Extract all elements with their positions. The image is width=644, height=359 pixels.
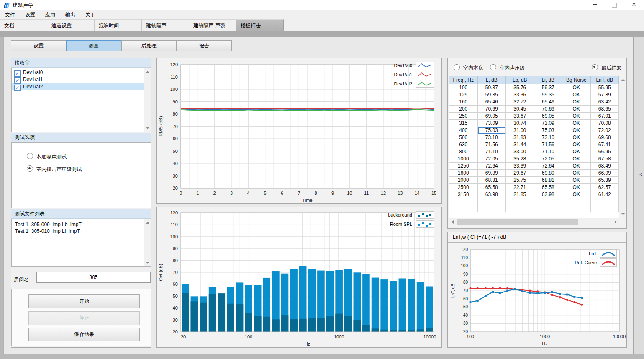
table-cell[interactable]: 35.76 [506,84,534,91]
table-header-cell[interactable]: Lb, dB [506,76,534,84]
table-cell[interactable]: 71.10 [534,148,563,155]
table-cell[interactable]: 65.58 [534,184,563,191]
start-button[interactable]: 开始 [28,294,140,308]
subtab-2[interactable]: 后处理 [121,40,177,51]
table-cell[interactable]: 73.10 [534,134,563,141]
table-header-cell[interactable]: L, dB [478,76,506,84]
table-cell[interactable]: 125 [449,91,478,98]
hscroll-thumb[interactable] [457,219,578,225]
view-radio-0[interactable]: 室内本底 [454,64,483,72]
table-cell[interactable]: 72.64 [534,163,563,170]
table-row[interactable]: 40075.0331.0075.03OK72.02 [449,127,619,134]
tab-0[interactable]: 文档 [0,19,47,31]
minimize-button[interactable] [585,0,604,10]
table-cell[interactable]: 69.05 [534,113,563,120]
table-cell[interactable]: 31.00 [506,127,534,134]
table-cell[interactable]: 30.45 [506,106,534,113]
menu-item-2[interactable]: 应用 [40,10,60,19]
table-cell[interactable]: 69.68 [591,134,619,141]
table-row[interactable]: 63071.5631.4471.56OK67.41 [449,141,619,148]
table-cell[interactable]: 68.65 [591,106,619,113]
table-row[interactable]: 25069.0533.6769.05OK67.01 [449,113,619,120]
table-row[interactable]: 200068.8125.7568.81OK65.39 [449,177,619,184]
room-name-input[interactable] [36,272,151,283]
table-cell[interactable]: 33.67 [506,113,534,120]
table-cell[interactable]: 31.83 [506,134,534,141]
table-cell[interactable]: 400 [449,127,478,134]
table-cell[interactable]: 31.44 [506,141,534,148]
table-cell[interactable]: 63.42 [591,98,619,106]
table-header-cell[interactable]: Freq., Hz [449,76,478,84]
receiver-list-scrollbar[interactable] [144,68,151,132]
table-cell[interactable]: 630 [449,141,478,148]
table-cell[interactable]: 63.98 [478,191,506,198]
table-cell[interactable]: 59.37 [534,84,563,91]
checkbox-icon[interactable]: ✓ [14,77,21,84]
tab-4[interactable]: 建筑隔声-声强 [189,19,236,31]
table-cell[interactable]: 315 [449,120,478,127]
table-row[interactable]: 12559.3533.3659.35OK57.89 [449,91,619,98]
test-option-radio[interactable]: 室内撞击声压级测试 [27,165,151,173]
table-cell[interactable]: OK [562,120,591,127]
table-cell[interactable]: 100 [449,84,478,91]
table-cell[interactable]: OK [562,91,591,98]
table-cell[interactable]: 33.36 [506,91,534,98]
table-row[interactable]: 250065.5822.7165.58OK62.57 [449,184,619,191]
table-cell[interactable]: 69.89 [478,170,506,177]
channel-list-item[interactable]: ✓Dev1/ai1 [12,76,151,83]
table-cell[interactable]: 1600 [449,170,478,177]
table-cell[interactable]: 75.03 [534,127,563,134]
table-cell[interactable]: 32.72 [506,98,534,106]
table-cell[interactable]: 72.64 [478,163,506,170]
table-row[interactable]: 16065.4632.7265.46OK63.42 [449,98,619,106]
tab-3[interactable]: 建筑隔声 [142,19,189,31]
table-cell[interactable]: 59.35 [534,91,563,98]
table-cell[interactable]: OK [562,191,591,198]
tab-2[interactable]: 混响时间 [95,19,142,31]
subtab-1[interactable]: 测量 [66,40,121,51]
table-cell[interactable]: OK [562,163,591,170]
table-cell[interactable]: 30.74 [506,120,534,127]
table-cell[interactable]: OK [562,148,591,155]
table-cell[interactable]: 66.09 [591,170,619,177]
table-row[interactable]: 315063.9821.8563.98OK61.42 [449,191,619,198]
table-cell[interactable]: 800 [449,148,478,155]
table-cell[interactable]: 33.00 [506,148,534,155]
table-cell[interactable]: 68.49 [591,163,619,170]
table-row[interactable]: 125072.6433.3972.64OK68.49 [449,163,619,170]
table-cell[interactable]: 21.85 [506,191,534,198]
table-cell[interactable]: OK [562,177,591,184]
table-cell[interactable]: 70.69 [478,106,506,113]
test-file-item[interactable]: Test 1_305-009_imp Lb_impT [12,221,151,228]
table-cell[interactable]: 250 [449,113,478,120]
table-row[interactable]: 100072.0535.2872.05OK67.58 [449,155,619,163]
table-cell[interactable]: 71.56 [478,141,506,148]
table-cell[interactable]: 72.05 [478,155,506,163]
table-cell[interactable]: 25.75 [506,177,534,184]
file-list-scrollbar[interactable] [144,219,151,266]
table-row[interactable]: 20070.6930.4570.69OK68.65 [449,106,619,113]
table-cell[interactable]: 2000 [449,177,478,184]
table-cell[interactable]: 67.58 [591,155,619,163]
table-cell[interactable]: 33.39 [506,163,534,170]
menu-item-3[interactable]: 输出 [60,10,80,19]
table-row[interactable]: 50073.1031.8373.10OK69.68 [449,134,619,141]
table-cell[interactable]: 72.05 [534,155,563,163]
table-cell[interactable]: 61.42 [591,191,619,198]
table-cell[interactable]: 71.56 [534,141,563,148]
table-cell[interactable]: OK [562,84,591,91]
table-row[interactable]: 160069.8929.6769.89OK66.09 [449,170,619,177]
table-header-cell[interactable]: Li, dB [534,76,563,84]
table-cell[interactable]: OK [562,113,591,120]
table-cell[interactable]: 70.08 [591,120,619,127]
table-cell[interactable]: 59.37 [478,84,506,91]
table-header-cell[interactable]: LnT, dB [591,76,619,84]
subtab-3[interactable]: 报告 [177,40,232,51]
test-file-item[interactable]: Test 1_305-010_imp Li_impT [12,228,151,235]
checkbox-icon[interactable]: ✓ [14,70,21,77]
table-cell[interactable]: 66.95 [591,148,619,155]
table-cell[interactable]: OK [562,141,591,148]
table-cell[interactable]: 1250 [449,163,478,170]
table-cell[interactable]: 2500 [449,184,478,191]
table-cell[interactable]: 68.81 [534,177,563,184]
